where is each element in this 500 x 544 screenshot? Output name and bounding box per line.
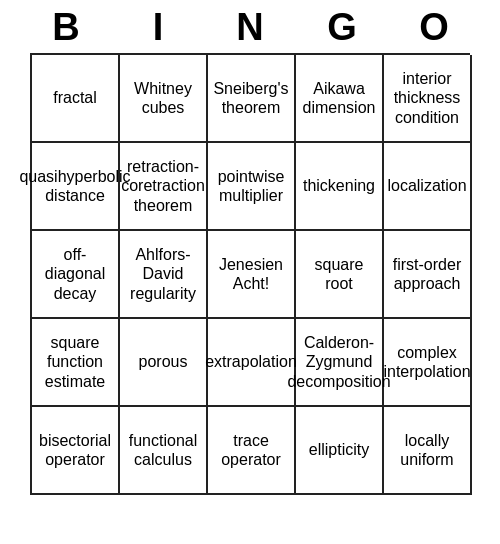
bingo-cell-17: extrapolation [208, 319, 296, 407]
cell-text-22: trace operator [212, 431, 290, 469]
bingo-cell-8: thickening [296, 143, 384, 231]
bingo-cell-12: Jenesien Acht! [208, 231, 296, 319]
cell-text-14: first-order approach [388, 255, 466, 293]
cell-text-16: porous [139, 352, 188, 371]
cell-text-11: Ahlfors-David regularity [124, 245, 202, 303]
cell-text-12: Jenesien Acht! [212, 255, 290, 293]
bingo-grid: fractalWhitney cubesSneiberg's theoremAi… [30, 53, 470, 495]
bingo-cell-7: pointwise multiplier [208, 143, 296, 231]
header-letter-g: G [298, 6, 386, 49]
bingo-cell-13: square root [296, 231, 384, 319]
bingo-header: BINGO [20, 0, 480, 53]
cell-text-0: fractal [53, 88, 97, 107]
header-letter-b: B [22, 6, 110, 49]
cell-text-9: localization [387, 176, 466, 195]
cell-text-21: functional calculus [124, 431, 202, 469]
cell-text-18: Calderon-Zygmund decomposition [287, 333, 390, 391]
cell-text-4: interior thickness condition [388, 69, 466, 127]
bingo-cell-11: Ahlfors-David regularity [120, 231, 208, 319]
bingo-cell-3: Aikawa dimension [296, 55, 384, 143]
cell-text-24: locally uniform [388, 431, 466, 469]
bingo-cell-9: localization [384, 143, 472, 231]
bingo-cell-2: Sneiberg's theorem [208, 55, 296, 143]
cell-text-23: ellipticity [309, 440, 369, 459]
cell-text-2: Sneiberg's theorem [212, 79, 290, 117]
cell-text-13: square root [300, 255, 378, 293]
cell-text-17: extrapolation [205, 352, 297, 371]
bingo-cell-21: functional calculus [120, 407, 208, 495]
cell-text-20: bisectorial operator [36, 431, 114, 469]
cell-text-1: Whitney cubes [124, 79, 202, 117]
cell-text-7: pointwise multiplier [212, 167, 290, 205]
bingo-cell-20: bisectorial operator [32, 407, 120, 495]
bingo-cell-23: ellipticity [296, 407, 384, 495]
bingo-cell-4: interior thickness condition [384, 55, 472, 143]
header-letter-i: I [114, 6, 202, 49]
cell-text-5: quasihyperbolic distance [19, 167, 130, 205]
bingo-cell-14: first-order approach [384, 231, 472, 319]
bingo-cell-15: square function estimate [32, 319, 120, 407]
bingo-cell-10: off-diagonal decay [32, 231, 120, 319]
header-letter-o: O [390, 6, 478, 49]
bingo-cell-22: trace operator [208, 407, 296, 495]
cell-text-10: off-diagonal decay [36, 245, 114, 303]
cell-text-8: thickening [303, 176, 375, 195]
bingo-cell-6: retraction-coretraction theorem [120, 143, 208, 231]
bingo-cell-18: Calderon-Zygmund decomposition [296, 319, 384, 407]
bingo-cell-5: quasihyperbolic distance [32, 143, 120, 231]
cell-text-19: complex interpolation [383, 343, 470, 381]
bingo-cell-19: complex interpolation [384, 319, 472, 407]
cell-text-6: retraction-coretraction theorem [121, 157, 205, 215]
bingo-cell-24: locally uniform [384, 407, 472, 495]
bingo-cell-16: porous [120, 319, 208, 407]
cell-text-15: square function estimate [36, 333, 114, 391]
header-letter-n: N [206, 6, 294, 49]
bingo-cell-1: Whitney cubes [120, 55, 208, 143]
bingo-cell-0: fractal [32, 55, 120, 143]
cell-text-3: Aikawa dimension [300, 79, 378, 117]
